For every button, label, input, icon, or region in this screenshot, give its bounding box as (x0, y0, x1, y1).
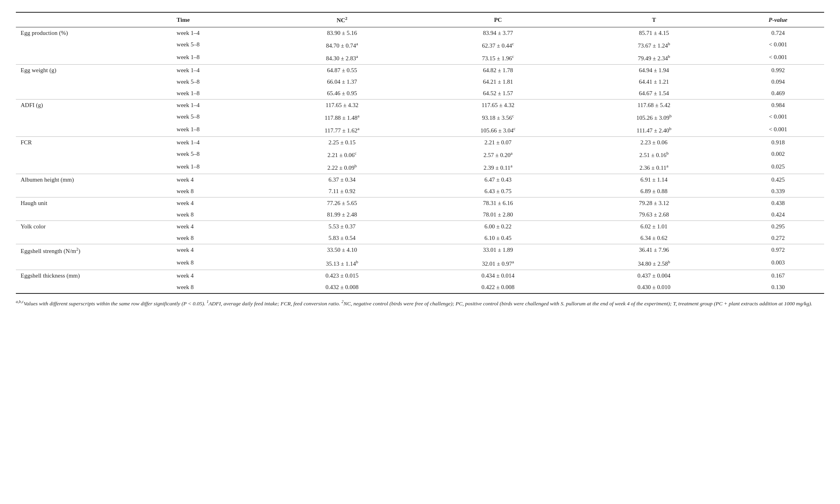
row-pc: 78.01 ± 2.80 (420, 209, 576, 221)
table-row: week 835.13 ± 1.14b32.01 ± 0.97a34.80 ± … (16, 257, 824, 270)
row-label: Eggshell strength (N/m2) (16, 244, 172, 257)
row-pc: 32.01 ± 0.97a (420, 257, 576, 270)
row-pvalue: 0.094 (732, 76, 824, 88)
row-pc: 6.43 ± 0.75 (420, 186, 576, 197)
table-row: week 1–865.46 ± 0.9564.52 ± 1.5764.67 ± … (16, 88, 824, 100)
row-nc: 0.432 ± 0.008 (264, 282, 420, 293)
row-nc: 2.21 ± 0.06c (264, 148, 420, 161)
row-label (16, 257, 172, 270)
row-label: FCR (16, 137, 172, 149)
data-table: Time NC2 PC T P-value Egg production (%)… (16, 12, 824, 294)
row-nc: 0.423 ± 0.015 (264, 270, 420, 282)
row-label (16, 148, 172, 161)
row-t: 2.23 ± 0.06 (576, 137, 732, 149)
row-time: week 4 (172, 244, 264, 257)
row-nc: 7.11 ± 0.92 (264, 186, 420, 197)
row-t: 111.47 ± 2.40b (576, 124, 732, 137)
row-t: 2.36 ± 0.11a (576, 161, 732, 174)
row-label: Albumen height (mm) (16, 174, 172, 186)
row-time: week 5–8 (172, 76, 264, 88)
row-pc: 33.01 ± 1.89 (420, 244, 576, 257)
row-label (16, 88, 172, 100)
table-row: Eggshell strength (N/m2)week 433.50 ± 4.… (16, 244, 824, 257)
row-time: week 4 (172, 197, 264, 209)
row-time: week 8 (172, 186, 264, 197)
row-t: 79.63 ± 2.68 (576, 209, 732, 221)
col-header-pvalue: P-value (732, 12, 824, 27)
row-pvalue: 0.002 (732, 148, 824, 161)
row-nc: 81.99 ± 2.48 (264, 209, 420, 221)
row-nc: 64.87 ± 0.55 (264, 65, 420, 77)
row-time: week 5–8 (172, 39, 264, 52)
row-pc: 2.21 ± 0.07 (420, 137, 576, 149)
table-row: week 85.83 ± 0.546.10 ± 0.456.34 ± 0.620… (16, 232, 824, 244)
row-nc: 2.25 ± 0.15 (264, 137, 420, 149)
row-time: week 5–8 (172, 111, 264, 124)
row-t: 73.67 ± 1.24b (576, 39, 732, 52)
row-pc: 6.10 ± 0.45 (420, 232, 576, 244)
table-row: week 1–82.22 ± 0.09b2.39 ± 0.11a2.36 ± 0… (16, 161, 824, 174)
table-row: week 1–884.30 ± 2.83a73.15 ± 1.96c79.49 … (16, 52, 824, 65)
table-header-row: Time NC2 PC T P-value (16, 12, 824, 27)
row-nc: 83.90 ± 5.16 (264, 27, 420, 39)
row-nc: 117.65 ± 4.32 (264, 100, 420, 111)
row-nc: 5.53 ± 0.37 (264, 221, 420, 233)
row-nc: 84.70 ± 0.74a (264, 39, 420, 52)
table-row: Eggshell thickness (mm)week 40.423 ± 0.0… (16, 270, 824, 282)
table-row: week 1–8117.77 ± 1.62a105.66 ± 3.04c111.… (16, 124, 824, 137)
row-time: week 8 (172, 232, 264, 244)
table-row: week 881.99 ± 2.4878.01 ± 2.8079.63 ± 2.… (16, 209, 824, 221)
col-header-t: T (576, 12, 732, 27)
row-nc: 35.13 ± 1.14b (264, 257, 420, 270)
row-pc: 6.00 ± 0.22 (420, 221, 576, 233)
row-t: 6.91 ± 1.14 (576, 174, 732, 186)
table-row: week 80.432 ± 0.0080.422 ± 0.0080.430 ± … (16, 282, 824, 293)
row-time: week 4 (172, 221, 264, 233)
row-label (16, 124, 172, 137)
row-t: 117.68 ± 5.42 (576, 100, 732, 111)
row-time: week 1–8 (172, 124, 264, 137)
table-row: Yolk colorweek 45.53 ± 0.376.00 ± 0.226.… (16, 221, 824, 233)
row-pvalue: < 0.001 (732, 52, 824, 65)
table-row: Albumen height (mm)week 46.37 ± 0.346.47… (16, 174, 824, 186)
row-label: Yolk color (16, 221, 172, 233)
row-t: 79.28 ± 3.12 (576, 197, 732, 209)
row-label (16, 209, 172, 221)
row-nc: 66.04 ± 1.37 (264, 76, 420, 88)
row-time: week 4 (172, 174, 264, 186)
row-time: week 1–4 (172, 27, 264, 39)
row-nc: 77.26 ± 5.65 (264, 197, 420, 209)
row-pvalue: 0.272 (732, 232, 824, 244)
row-t: 64.67 ± 1.54 (576, 88, 732, 100)
table-row: week 5–82.21 ± 0.06c2.57 ± 0.20a2.51 ± 0… (16, 148, 824, 161)
row-pvalue: 0.339 (732, 186, 824, 197)
row-time: week 5–8 (172, 148, 264, 161)
row-pvalue: < 0.001 (732, 39, 824, 52)
row-pvalue: < 0.001 (732, 111, 824, 124)
row-label: ADFI (g) (16, 100, 172, 111)
row-pc: 93.18 ± 3.56c (420, 111, 576, 124)
table-container: Time NC2 PC T P-value Egg production (%)… (16, 12, 824, 308)
row-pvalue: 0.724 (732, 27, 824, 39)
row-pc: 0.422 ± 0.008 (420, 282, 576, 293)
row-pc: 117.65 ± 4.32 (420, 100, 576, 111)
row-time: week 1–8 (172, 161, 264, 174)
row-label (16, 111, 172, 124)
row-label (16, 161, 172, 174)
row-pc: 64.52 ± 1.57 (420, 88, 576, 100)
row-time: week 8 (172, 282, 264, 293)
table-row: week 5–8117.88 ± 1.48a93.18 ± 3.56c105.2… (16, 111, 824, 124)
row-t: 2.51 ± 0.16b (576, 148, 732, 161)
col-header-nc: NC2 (264, 12, 420, 27)
row-pc: 64.82 ± 1.78 (420, 65, 576, 77)
row-label (16, 52, 172, 65)
row-label (16, 232, 172, 244)
row-nc: 84.30 ± 2.83a (264, 52, 420, 65)
row-t: 64.94 ± 1.94 (576, 65, 732, 77)
row-label: Egg weight (g) (16, 65, 172, 77)
row-t: 6.02 ± 1.01 (576, 221, 732, 233)
row-pvalue: 0.425 (732, 174, 824, 186)
table-row: week 5–866.04 ± 1.3764.21 ± 1.8164.41 ± … (16, 76, 824, 88)
row-pvalue: 0.992 (732, 65, 824, 77)
row-pvalue: 0.469 (732, 88, 824, 100)
